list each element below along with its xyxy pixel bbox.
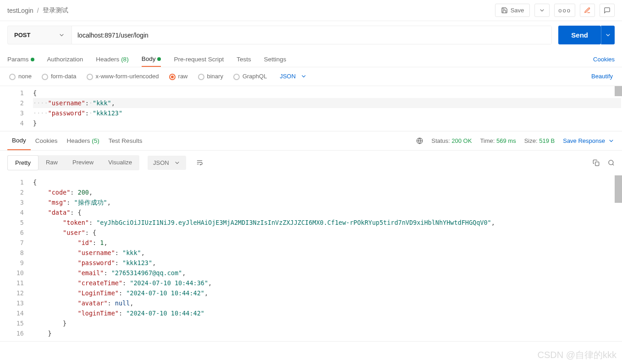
body-type-graphql[interactable]: GraphQL: [233, 73, 267, 80]
view-preview[interactable]: Preview: [65, 155, 101, 170]
json-value: "2024-07-10 10:44:42": [126, 310, 204, 317]
json-key: "avatar": [78, 299, 108, 307]
cookies-link[interactable]: Cookies: [593, 56, 615, 63]
comments-button[interactable]: [600, 4, 615, 17]
response-body-editor[interactable]: 12345678910111213141516 { "code": 200, "…: [0, 175, 622, 342]
tab-authorization[interactable]: Authorization: [47, 52, 83, 66]
comment-icon: [604, 7, 611, 14]
tab-settings[interactable]: Settings: [264, 52, 286, 66]
edit-button[interactable]: [580, 4, 595, 17]
json-key: "createTime": [78, 279, 123, 287]
json-value: null: [115, 299, 130, 307]
json-key: "password": [78, 259, 115, 266]
body-type-binary[interactable]: binary: [198, 73, 223, 80]
status-block: Status: 200 OK: [431, 137, 472, 144]
save-label: Save: [511, 7, 524, 14]
json-key: "code": [48, 189, 71, 196]
body-type-label: GraphQL: [242, 73, 267, 80]
method-url-bar: POST localhost:8971/user/login: [7, 26, 552, 44]
view-raw[interactable]: Raw: [39, 155, 65, 170]
http-method-select[interactable]: POST: [8, 26, 72, 44]
chevron-down-icon: [58, 32, 65, 38]
scrollbar-thumb[interactable]: [615, 86, 622, 96]
tab-params-label: Params: [7, 56, 29, 63]
status-label: Status:: [431, 137, 450, 144]
search-icon[interactable]: [608, 159, 615, 166]
copy-icon[interactable]: [593, 159, 600, 166]
send-button[interactable]: Send: [558, 26, 601, 44]
radio-icon: [198, 74, 204, 80]
time-block: Time: 569 ms: [480, 137, 516, 144]
response-tab-cookies[interactable]: Cookies: [31, 132, 62, 150]
view-pretty[interactable]: Pretty: [7, 155, 39, 170]
json-value: 200: [78, 189, 89, 196]
wrap-lines-button[interactable]: [192, 155, 208, 171]
more-options-button[interactable]: ooo: [554, 4, 575, 17]
status-value: 200 OK: [451, 137, 472, 144]
json-key: "username": [48, 99, 85, 107]
svg-rect-1: [595, 162, 599, 166]
body-type-formdata[interactable]: form-data: [42, 73, 77, 80]
radio-icon: [169, 74, 176, 80]
save-response-button[interactable]: Save Response: [563, 137, 615, 144]
view-visualize[interactable]: Visualize: [101, 155, 139, 170]
tab-params[interactable]: Params: [7, 52, 34, 66]
breadcrumb-collection[interactable]: testLogin: [7, 7, 33, 14]
body-type-none[interactable]: none: [9, 73, 32, 80]
globe-icon[interactable]: [416, 137, 423, 144]
response-tab-testresults[interactable]: Test Results: [104, 132, 147, 150]
raw-format-select[interactable]: JSON: [280, 73, 307, 80]
json-key: "password": [48, 109, 85, 117]
body-type-raw[interactable]: raw: [169, 73, 188, 80]
code-area[interactable]: { ····"username":·"kkk",····"password":·…: [32, 86, 622, 131]
tab-prerequest[interactable]: Pre-request Script: [174, 52, 224, 66]
save-button[interactable]: Save: [495, 4, 530, 17]
json-key: "LoginTime": [78, 289, 119, 297]
chevron-down-icon: [605, 32, 611, 38]
chevron-down-icon: [539, 7, 545, 14]
response-tab-body[interactable]: Body: [7, 131, 31, 150]
body-type-label: x-www-form-urlencoded: [96, 73, 159, 80]
breadcrumb: testLogin / 登录测试: [7, 6, 68, 15]
json-key: "msg": [48, 199, 67, 206]
http-method-value: POST: [14, 32, 30, 38]
tab-body-label: Body: [142, 55, 156, 62]
beautify-link[interactable]: Beautify: [591, 73, 613, 80]
json-value: "2024-07-10 10:44:42": [126, 289, 204, 297]
body-type-xwww[interactable]: x-www-form-urlencoded: [87, 73, 159, 80]
radio-icon: [233, 74, 240, 80]
breadcrumb-request[interactable]: 登录测试: [43, 6, 68, 15]
url-input[interactable]: localhost:8971/user/login: [72, 26, 551, 44]
response-format-select[interactable]: JSON: [148, 156, 186, 170]
response-tab-headers-label: Headers: [67, 137, 90, 144]
size-value: 519 B: [539, 137, 555, 144]
tab-body[interactable]: Body: [142, 52, 161, 67]
radio-icon: [9, 74, 16, 80]
json-value: "操作成功": [74, 199, 107, 206]
json-key: "user": [63, 229, 85, 236]
dot-indicator: [31, 58, 34, 61]
json-key: "id": [78, 239, 93, 246]
response-tab-headers[interactable]: Headers (5): [62, 132, 104, 150]
line-gutter: 1234: [0, 86, 32, 131]
radio-icon: [42, 74, 48, 80]
view-mode-toggle: Pretty Raw Preview Visualize: [7, 155, 139, 170]
save-dropdown[interactable]: [534, 4, 550, 17]
code-area[interactable]: { "code": 200, "msg": "操作成功", "data": { …: [32, 175, 622, 341]
json-key: "data": [48, 209, 71, 216]
tab-tests[interactable]: Tests: [237, 52, 251, 66]
send-dropdown[interactable]: [601, 26, 615, 44]
size-block: Size: 519 B: [524, 137, 555, 144]
response-headers-count: (5): [92, 137, 99, 144]
json-value: "2765314967@qq.com": [111, 269, 182, 277]
tab-headers[interactable]: Headers (8): [96, 52, 128, 66]
line-gutter: 12345678910111213141516: [0, 175, 32, 341]
scrollbar-thumb[interactable]: [615, 175, 622, 203]
chevron-down-icon: [300, 73, 307, 80]
brace: {: [33, 89, 37, 97]
body-type-label: none: [18, 73, 32, 80]
chevron-down-icon: [174, 159, 181, 166]
request-body-editor[interactable]: 1234 { ····"username":·"kkk",····"passwo…: [0, 86, 622, 131]
breadcrumb-separator: /: [37, 7, 39, 14]
raw-format-label: JSON: [280, 73, 296, 80]
